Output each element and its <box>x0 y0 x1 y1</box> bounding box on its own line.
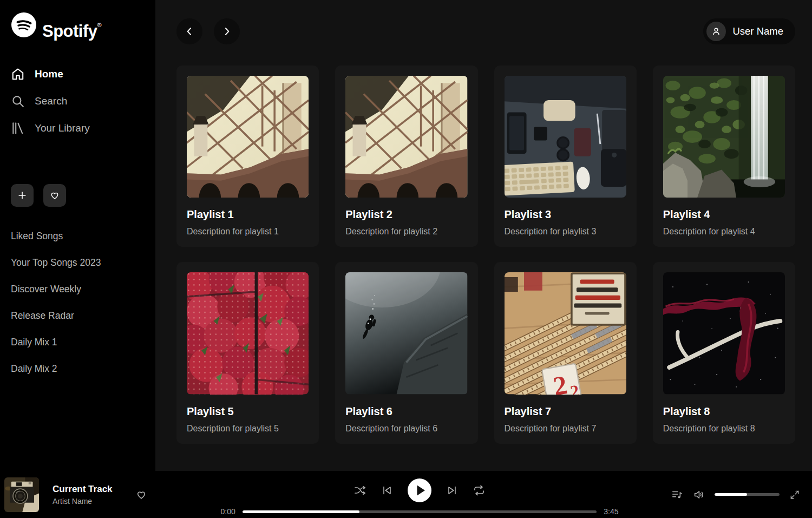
sidebar: Spotify® Home Search Your Library <box>0 0 155 471</box>
create-playlist-button[interactable] <box>11 184 34 207</box>
player-bar: Current Track Artist Name <box>0 471 812 518</box>
skip-forward-icon <box>446 484 458 496</box>
playlist-link-your-top-songs-2023[interactable]: Your Top Songs 2023 <box>11 250 147 276</box>
chevron-right-icon <box>221 26 232 37</box>
search-icon <box>11 94 25 108</box>
playlist-description: Description for playlist 7 <box>505 424 626 434</box>
playlist-cover-wooden-rulers <box>505 272 626 394</box>
player-controls <box>353 478 486 502</box>
playlist-title: Playlist 3 <box>505 208 626 221</box>
user-name: User Name <box>732 25 783 37</box>
shuffle-button[interactable] <box>353 484 366 497</box>
playlist-grid: Playlist 1 Description for playlist 1 Pl… <box>176 65 795 444</box>
playlist-title: Playlist 7 <box>505 405 626 418</box>
sidebar-quick-actions <box>11 184 147 207</box>
playlist-card-4[interactable]: Playlist 4 Description for playlist 4 <box>653 65 795 247</box>
playlist-description: Description for playlist 1 <box>187 227 309 237</box>
playlist-link-release-radar[interactable]: Release Radar <box>11 303 147 329</box>
repeat-button[interactable] <box>473 484 486 497</box>
playlist-cover-desk-flatlay <box>505 76 626 198</box>
playlist-description: Description for playlist 6 <box>345 424 467 434</box>
playlist-title: Playlist 8 <box>663 405 785 418</box>
elapsed-time: 0:00 <box>221 507 235 516</box>
playlist-description: Description for playlist 5 <box>187 424 309 434</box>
playlist-description: Description for playlist 2 <box>345 227 467 237</box>
repeat-icon <box>473 484 486 497</box>
playlist-description: Description for playlist 3 <box>505 227 626 237</box>
sidebar-item-search[interactable]: Search <box>11 88 147 115</box>
queue-button[interactable] <box>671 489 683 501</box>
playlist-cover-steel-bridge <box>345 76 467 198</box>
heart-icon <box>135 489 147 501</box>
album-art-vintage-camera <box>4 477 39 512</box>
playlist-card-3[interactable]: Playlist 3 Description for playlist 3 <box>494 65 637 247</box>
history-nav <box>176 18 240 44</box>
next-track-button[interactable] <box>446 484 458 496</box>
avatar <box>706 22 726 41</box>
sidebar-item-label: Your Library <box>35 122 90 134</box>
playlist-cover-strawberries <box>187 272 309 394</box>
track-info: Current Track Artist Name <box>53 484 113 506</box>
play-icon <box>408 478 431 502</box>
volume-slider[interactable] <box>715 493 780 496</box>
spotify-logo-icon <box>11 12 37 38</box>
playlist-card-5[interactable]: Playlist 5 Description for playlist 5 <box>176 262 319 443</box>
back-button[interactable] <box>176 18 202 44</box>
progress-fill <box>243 510 359 513</box>
volume-fill <box>715 493 747 496</box>
main-content: User Name Playlist 1 Description for pla… <box>155 0 812 471</box>
playlist-card-2[interactable]: Playlist 2 Description for playlist 2 <box>335 65 477 247</box>
playlist-description: Description for playlist 4 <box>663 227 785 237</box>
progress-bar[interactable] <box>243 510 597 513</box>
trademark: ® <box>97 22 102 28</box>
like-track-button[interactable] <box>135 489 147 501</box>
playlist-cover-steel-bridge <box>187 76 309 198</box>
playlist-link-daily-mix-2[interactable]: Daily Mix 2 <box>11 356 147 382</box>
sidebar-item-home[interactable]: Home <box>11 61 147 88</box>
shuffle-icon <box>353 484 366 497</box>
sidebar-nav: Home Search Your Library <box>11 61 147 142</box>
playlist-link-liked-songs[interactable]: Liked Songs <box>11 223 147 250</box>
playlist-title: Playlist 2 <box>345 208 467 221</box>
user-menu-button[interactable]: User Name <box>703 18 795 44</box>
spotify-logo: Spotify® <box>11 12 147 44</box>
volume-icon <box>693 489 705 501</box>
progress-row: 0:00 3:45 <box>221 507 619 516</box>
now-playing: Current Track Artist Name <box>0 477 179 512</box>
track-title: Current Track <box>53 484 113 495</box>
user-icon <box>711 26 722 37</box>
playlist-card-1[interactable]: Playlist 1 Description for playlist 1 <box>176 65 319 247</box>
skip-back-icon <box>381 484 393 496</box>
player-right <box>660 489 812 501</box>
playlist-card-6[interactable]: Playlist 6 Description for playlist 6 <box>335 262 477 443</box>
heart-icon <box>49 190 60 201</box>
playlist-link-daily-mix-1[interactable]: Daily Mix 1 <box>11 329 147 356</box>
playlist-title: Playlist 6 <box>345 405 467 418</box>
home-icon <box>11 67 25 81</box>
plus-icon <box>17 190 28 201</box>
topbar: User Name <box>176 18 795 44</box>
sidebar-playlists: Liked Songs Your Top Songs 2023 Discover… <box>11 223 147 382</box>
playlist-title: Playlist 5 <box>187 405 309 418</box>
playlist-title: Playlist 1 <box>187 208 309 221</box>
playlist-card-7[interactable]: Playlist 7 Description for playlist 7 <box>494 262 637 443</box>
sidebar-item-label: Search <box>35 95 67 107</box>
brand-name: Spotify® <box>42 12 101 44</box>
track-artist: Artist Name <box>53 497 113 506</box>
playlist-title: Playlist 4 <box>663 208 785 221</box>
fullscreen-button[interactable] <box>789 489 800 500</box>
volume-button[interactable] <box>693 489 705 501</box>
sidebar-item-your-library[interactable]: Your Library <box>11 115 147 142</box>
play-button[interactable] <box>408 478 431 502</box>
queue-icon <box>671 489 683 501</box>
playlist-link-discover-weekly[interactable]: Discover Weekly <box>11 276 147 303</box>
playlist-cover-underwater-diver <box>345 272 467 394</box>
playlist-card-8[interactable]: Playlist 8 Description for playlist 8 <box>653 262 795 443</box>
forward-button[interactable] <box>214 18 240 44</box>
playlist-cover-antler-fabric <box>663 272 785 394</box>
liked-songs-button[interactable] <box>43 184 66 207</box>
fullscreen-icon <box>789 489 800 500</box>
chevron-left-icon <box>184 26 195 37</box>
spotify-app: Spotify® Home Search Your Library <box>0 0 812 518</box>
previous-track-button[interactable] <box>381 484 393 496</box>
